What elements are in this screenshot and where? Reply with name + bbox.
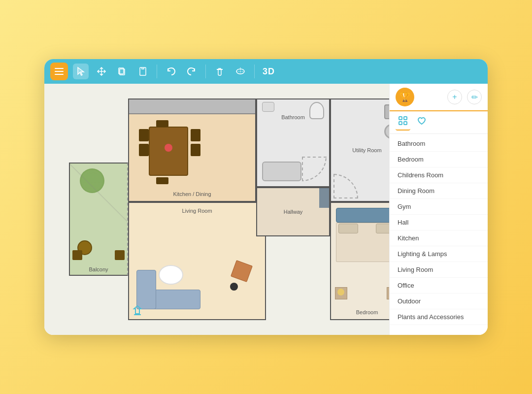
category-gym[interactable]: Gym	[390, 199, 488, 215]
copy-tool-button[interactable]	[114, 64, 130, 79]
svg-rect-7	[399, 122, 402, 125]
room-living: Living Room	[128, 202, 266, 320]
menu-button[interactable]	[50, 63, 68, 80]
view360-button[interactable]	[233, 64, 248, 79]
edit-button[interactable]: ✏	[467, 90, 482, 104]
svg-rect-1	[119, 68, 124, 74]
toolbar-separator-1	[157, 65, 157, 78]
main-content: Balcony Kitchen / D	[44, 84, 488, 335]
living-label: Living Room	[129, 208, 265, 214]
category-hall[interactable]: Hall	[390, 215, 488, 230]
room-bathroom: Bathroom	[256, 98, 330, 187]
category-kitchen[interactable]: Kitchen	[390, 230, 488, 246]
toolbar-3d-label: 3D	[263, 66, 275, 77]
category-plants[interactable]: Plants and Accessories	[390, 309, 488, 325]
hallway-label: Hallway	[257, 209, 329, 215]
sidebar-tabs	[390, 111, 488, 134]
category-lighting-lamps[interactable]: Lighting & Lamps	[390, 246, 488, 262]
category-dining-room[interactable]: Dining Room	[390, 183, 488, 199]
svg-rect-5	[399, 117, 402, 120]
delete-button[interactable]	[212, 64, 228, 79]
category-bedroom[interactable]: Bedroom	[390, 152, 488, 167]
svg-rect-8	[404, 122, 407, 125]
redo-button[interactable]	[184, 64, 200, 79]
tab-favorites[interactable]	[414, 114, 429, 131]
category-bathroom[interactable]: Bathroom	[390, 136, 488, 152]
canvas-area[interactable]: Balcony Kitchen / D	[44, 84, 389, 335]
category-outdoor[interactable]: Outdoor	[390, 294, 488, 309]
room-utility: Utility Room	[330, 98, 389, 202]
kitchen-label: Kitchen / Dining	[129, 191, 255, 197]
room-hallway: Hallway	[256, 187, 330, 236]
utility-label: Utility Room	[331, 147, 389, 153]
category-office[interactable]: Office	[390, 278, 488, 294]
toolbar-separator-3	[254, 65, 255, 78]
room-kitchen: Kitchen / Dining	[128, 98, 256, 202]
add-item-button[interactable]: +	[447, 90, 462, 104]
app-window: 3D Balcony	[44, 59, 488, 335]
sidebar: 🏆 + ✏	[389, 84, 488, 335]
category-living-room[interactable]: Living Room	[390, 262, 488, 278]
toolbar: 3D	[44, 59, 488, 84]
paste-tool-button[interactable]	[135, 64, 151, 79]
cursor-tool-button[interactable]	[73, 64, 89, 79]
svg-rect-6	[404, 117, 407, 120]
room-bedroom: Bedroom	[330, 202, 389, 320]
category-childrens-room[interactable]: Childrens Room	[390, 167, 488, 183]
undo-button[interactable]	[163, 64, 179, 79]
sidebar-header: 🏆 + ✏	[390, 84, 488, 111]
stamp-icon	[132, 305, 143, 317]
award-button[interactable]: 🏆	[396, 88, 414, 106]
toolbar-separator-2	[205, 65, 206, 78]
room-balcony: Balcony	[69, 163, 128, 276]
bedroom-label: Bedroom	[331, 309, 389, 315]
move-tool-button[interactable]	[94, 64, 109, 79]
floorplan: Balcony Kitchen / D	[69, 98, 389, 325]
sidebar-category-list: Bathroom Bedroom Childrens Room Dining R…	[390, 134, 488, 335]
tab-grid[interactable]	[396, 114, 410, 131]
